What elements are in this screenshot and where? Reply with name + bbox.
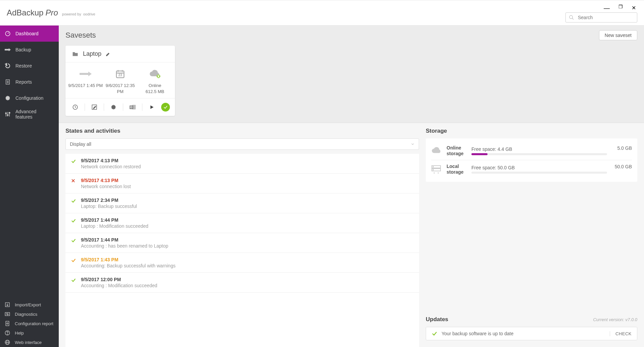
nav-item-dashboard[interactable]: Dashboard [0, 26, 59, 42]
svg-marker-5 [5, 63, 7, 65]
local-storage-icon [431, 165, 442, 174]
chevron-down-icon [411, 142, 415, 146]
activity-row[interactable]: 9/5/2017 1:44 PMLaptop : Modification su… [65, 213, 419, 233]
check-ok-icon [431, 331, 438, 337]
nav-item-reports[interactable]: Reports [0, 74, 59, 90]
svg-text:O: O [130, 106, 133, 109]
last-run-date: 9/5/2017 1:45 PM [68, 83, 103, 89]
nav-label: Restore [15, 63, 32, 69]
saveset-card[interactable]: Laptop 9/5/2017 1:45 PM 23 9 [65, 46, 175, 116]
savesets-title: Savesets [65, 31, 96, 40]
activity-time: 9/5/2017 1:44 PM [81, 217, 414, 223]
updates-section: Updates Current version: v7.0.0 Your bac… [426, 316, 637, 347]
bottom-label: Configuration report [15, 321, 53, 326]
svg-point-49 [433, 169, 433, 170]
status-ok-badge [161, 103, 170, 112]
savesets-section: Savesets New saveset Laptop 9/5/2017 1:4… [59, 26, 644, 123]
status-ok-icon [71, 238, 77, 243]
main-content: Savesets New saveset Laptop 9/5/2017 1:4… [59, 26, 644, 347]
svg-rect-14 [5, 113, 6, 114]
svg-point-22 [7, 334, 7, 334]
calendar-day: 23 [118, 73, 122, 77]
activity-desc: Accounting : has been renamed to Laptop [81, 243, 414, 249]
outlook-icon[interactable]: O [128, 102, 137, 112]
activity-time: 9/5/2017 1:43 PM [81, 257, 414, 262]
svg-point-48 [433, 166, 433, 167]
svg-rect-19 [6, 321, 9, 326]
nav-item-backup[interactable]: Backup [0, 42, 59, 58]
close-button[interactable]: ✕ [632, 5, 636, 12]
activity-desc: Network connection lost [81, 184, 414, 189]
brand: AdBackup Pro powered by oodrive [7, 8, 95, 17]
storage-bar [471, 172, 607, 174]
powered-by-brand: oodrive [83, 12, 95, 16]
storage-total: 5.0 GB [612, 145, 632, 151]
update-message: Your backup software is up to date [442, 331, 513, 336]
bottom-item-help[interactable]: Help [0, 328, 59, 338]
activity-list[interactable]: 9/5/2017 4:13 PMNetwork connection resto… [65, 154, 419, 347]
nav-label: Backup [15, 47, 31, 52]
storage-title: Storage [426, 128, 637, 134]
reports-icon [5, 79, 11, 85]
activities-title: States and activities [65, 128, 419, 134]
nav-label: Dashboard [15, 31, 39, 36]
status-warn-icon [71, 258, 77, 263]
bottom-item-import-export[interactable]: Import/Export [0, 300, 59, 309]
activity-row[interactable]: 9/5/2017 1:43 PMAccounting: Backup succe… [65, 253, 419, 273]
svg-point-0 [569, 15, 572, 18]
diagnostics-icon [5, 311, 10, 317]
activity-desc: Laptop: Backup successful [81, 204, 414, 209]
advanced-icon [5, 111, 11, 117]
activity-desc: Accounting: Backup successful with warni… [81, 263, 414, 268]
updates-title: Updates [426, 316, 448, 323]
maximize-button[interactable]: ❐ [618, 4, 623, 11]
bottom-item-config-report[interactable]: Configuration report [0, 319, 59, 328]
activity-row[interactable]: 9/5/2017 4:13 PMNetwork connection lost [65, 174, 419, 193]
status-size: 612.5 MB [145, 89, 164, 95]
activity-row[interactable]: 9/5/2017 4:13 PMNetwork connection resto… [65, 154, 419, 174]
status-ok-icon [71, 198, 77, 204]
check-updates-button[interactable]: CHECK [610, 331, 632, 336]
app-header: AdBackup Pro powered by oodrive [0, 0, 644, 26]
activity-row[interactable]: 9/5/2017 12:00 PMAccounting : Modificati… [65, 273, 419, 293]
activity-row[interactable]: 9/5/2017 2:34 PMLaptop: Backup successfu… [65, 193, 419, 213]
status-ok-icon [71, 159, 77, 164]
svg-point-20 [7, 323, 8, 324]
window-controls: — ❐ ✕ [596, 0, 644, 16]
svg-marker-4 [9, 48, 11, 51]
activity-time: 9/5/2017 4:13 PM [81, 178, 414, 183]
activity-filter-select[interactable]: Display all [65, 138, 419, 150]
history-icon[interactable] [71, 102, 80, 112]
activity-time: 9/5/2017 12:00 PM [81, 277, 414, 282]
new-saveset-button[interactable]: New saveset [599, 30, 637, 40]
activity-desc: Network connection restored [81, 164, 414, 169]
calendar-icon: 23 [115, 69, 125, 79]
minimize-button[interactable]: — [604, 5, 610, 12]
powered-by-prefix: powered by [62, 12, 81, 16]
edit-action-icon[interactable] [90, 102, 99, 112]
svg-marker-27 [88, 72, 92, 76]
status-err-icon [71, 178, 77, 183]
bottom-item-diagnostics[interactable]: Diagnostics [0, 309, 59, 319]
nav-item-configuration[interactable]: Configuration [0, 90, 59, 106]
svg-rect-16 [9, 113, 10, 113]
activity-row[interactable]: 9/5/2017 1:44 PMAccounting : has been re… [65, 233, 419, 253]
storage-total: 50.0 GB [612, 164, 632, 169]
settings-icon[interactable] [109, 102, 118, 112]
nav-item-restore[interactable]: Restore [0, 58, 59, 74]
storage-row-local: Local storageFree space: 50.0 GB50.0 GB [431, 160, 632, 178]
online-storage-icon [431, 147, 442, 155]
web-interface-icon [5, 340, 10, 345]
help-icon [5, 330, 10, 336]
edit-icon[interactable] [105, 51, 111, 57]
storage-row-online: Online storageFree space: 4.4 GB5.0 GB [431, 142, 632, 160]
bottom-label: Diagnostics [15, 312, 37, 317]
nav-label: Configuration [15, 95, 43, 101]
status-ok-icon [71, 218, 77, 223]
storage-box: Online storageFree space: 4.4 GB5.0 GBLo… [426, 138, 637, 181]
play-icon[interactable] [147, 102, 156, 112]
activity-filter-value: Display all [70, 141, 91, 147]
nav-item-advanced[interactable]: Advanced features [0, 106, 59, 122]
dashboard-icon [5, 31, 11, 37]
bottom-item-web-interface[interactable]: Web interface [0, 338, 59, 347]
